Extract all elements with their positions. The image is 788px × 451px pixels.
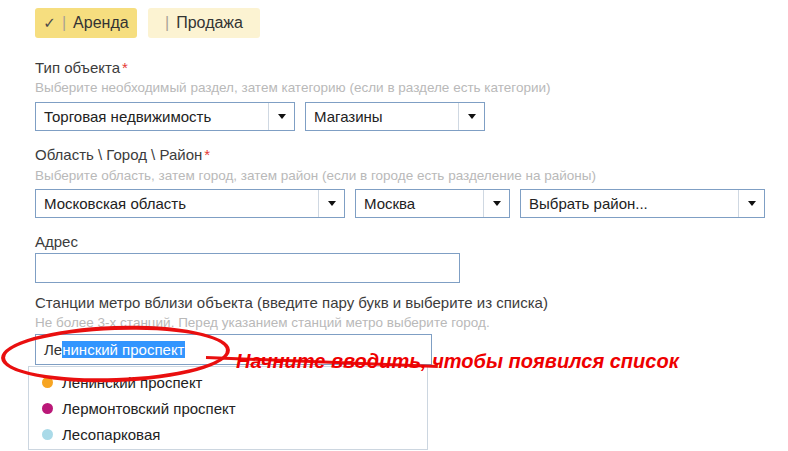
tab-arenda[interactable]: ✓ | Аренда	[35, 8, 137, 38]
region-label-text: Область \ Город \ Район	[35, 146, 202, 163]
tab-prodazha-label: Продажа	[176, 14, 243, 32]
metro-input-text: Ле	[44, 341, 62, 358]
metro-hint: Не более 3-х станций. Перед указанием ст…	[35, 315, 490, 330]
metro-suggestion-list: Ленинский проспект Лермонтовский проспек…	[28, 366, 428, 450]
dropdown-arrow-icon[interactable]	[318, 190, 344, 217]
dropdown-arrow-icon[interactable]	[268, 103, 294, 130]
tab-arenda-label: Аренда	[73, 14, 129, 32]
region-hint: Выберите область, затем город, затем рай…	[35, 168, 596, 183]
suggestion-label: Лермонтовский проспект	[62, 400, 236, 417]
region-selects: Московская область Москва Выбрать район.…	[35, 189, 765, 218]
suggestion-leninsky-prospekt[interactable]: Ленинский проспект	[29, 369, 427, 395]
suggestion-label: Ленинский проспект	[62, 374, 203, 391]
city-value: Москва	[356, 195, 483, 212]
tab-prodazha[interactable]: | Продажа	[148, 8, 260, 38]
tab-separator: |	[165, 14, 169, 32]
suggestion-label: Лесопарковая	[62, 426, 160, 443]
tab-separator: |	[62, 14, 66, 32]
metro-line-dot-icon	[42, 403, 53, 414]
suggestion-lermontovsky-prospekt[interactable]: Лермонтовский проспект	[29, 395, 427, 421]
object-category-value: Магазины	[306, 108, 458, 125]
district-select[interactable]: Выбрать район...	[520, 189, 765, 218]
metro-input-selected-text: нинский проспект	[62, 341, 184, 358]
metro-input[interactable]: Ленинский проспект	[35, 334, 432, 365]
object-section-value: Торговая недвижимость	[36, 108, 268, 125]
object-category-select[interactable]: Магазины	[305, 102, 485, 131]
region-value: Московская область	[36, 195, 318, 212]
object-section-select[interactable]: Торговая недвижимость	[35, 102, 295, 131]
address-label: Адрес	[35, 233, 78, 250]
required-asterisk: *	[122, 59, 128, 76]
region-select[interactable]: Московская область	[35, 189, 345, 218]
metro-label: Станции метро вблизи объекта (введите па…	[35, 294, 548, 311]
suggestion-lesoparkovaya[interactable]: Лесопарковая	[29, 421, 427, 447]
dropdown-arrow-icon[interactable]	[458, 103, 484, 130]
city-select[interactable]: Москва	[355, 189, 510, 218]
object-type-label: Тип объекта*	[35, 59, 128, 76]
check-icon: ✓	[43, 14, 56, 32]
dropdown-arrow-icon[interactable]	[483, 190, 509, 217]
object-type-hint: Выберите необходимый раздел, затем катег…	[35, 80, 551, 95]
object-type-selects: Торговая недвижимость Магазины	[35, 102, 485, 131]
metro-line-dot-icon	[42, 377, 53, 388]
metro-line-dot-icon	[42, 429, 53, 440]
district-value: Выбрать район...	[521, 195, 738, 212]
object-type-label-text: Тип объекта	[35, 59, 120, 76]
region-label: Область \ Город \ Район*	[35, 146, 210, 163]
required-asterisk: *	[204, 146, 210, 163]
dropdown-arrow-icon[interactable]	[738, 190, 764, 217]
deal-type-tabs: ✓ | Аренда | Продажа	[35, 8, 260, 38]
address-input[interactable]	[35, 253, 460, 283]
